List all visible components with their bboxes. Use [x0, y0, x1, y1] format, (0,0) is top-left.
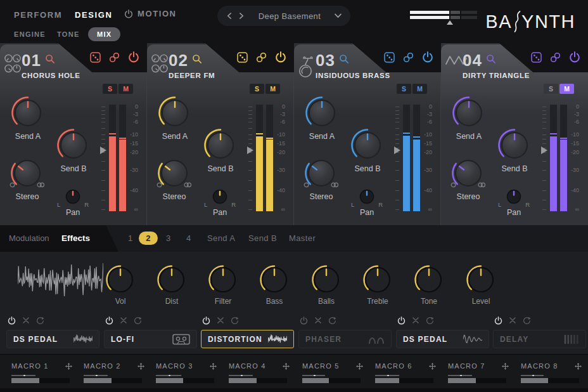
meter-arrow[interactable] — [541, 147, 547, 154]
macro-slider[interactable] — [521, 378, 579, 383]
fx-knob-treble[interactable]: Treble — [362, 265, 393, 306]
move-icon[interactable] — [65, 363, 72, 370]
fx-slot-box[interactable]: LO-FI — [104, 330, 197, 348]
move-icon[interactable] — [575, 363, 582, 370]
tab-motion[interactable]: MOTION — [124, 9, 177, 18]
fx-knob-filter[interactable]: Filter — [208, 265, 238, 306]
magnifier-icon[interactable] — [339, 54, 349, 64]
power-icon[interactable] — [105, 317, 113, 325]
fx-page-tab-4[interactable]: 4 — [186, 225, 191, 252]
link-icon[interactable] — [550, 52, 561, 63]
close-icon[interactable] — [315, 317, 321, 323]
macro-slider[interactable] — [375, 378, 433, 383]
mute-button[interactable]: M — [412, 84, 427, 94]
close-icon[interactable] — [412, 317, 419, 323]
send-b-knob[interactable]: Send B — [203, 127, 238, 173]
reload-icon[interactable] — [426, 317, 434, 325]
power-icon[interactable] — [569, 51, 580, 63]
power-icon[interactable] — [202, 317, 210, 325]
power-icon[interactable] — [300, 317, 308, 325]
send-a-knob[interactable]: Send A — [10, 95, 46, 141]
meter-arrow[interactable] — [394, 147, 400, 154]
macro-slider[interactable] — [302, 378, 361, 383]
fx-page-tab-send-b[interactable]: Send B — [248, 225, 277, 252]
link-icon[interactable] — [403, 52, 414, 63]
solo-button[interactable]: S — [250, 84, 264, 94]
subtab-engine[interactable]: ENGINE — [14, 30, 46, 38]
close-icon[interactable] — [23, 317, 29, 323]
tab-perform[interactable]: PERFORM — [14, 10, 62, 20]
fx-knob-vol[interactable]: Vol — [105, 265, 136, 306]
magnifier-icon[interactable] — [45, 54, 55, 64]
meter-arrow[interactable] — [247, 147, 253, 154]
move-icon[interactable] — [137, 363, 144, 370]
power-icon[interactable] — [494, 317, 502, 325]
mute-button[interactable]: M — [265, 84, 280, 94]
chevron-down-icon[interactable] — [335, 13, 342, 18]
dice-icon[interactable] — [237, 52, 248, 63]
dice-icon[interactable] — [531, 52, 542, 63]
send-a-knob[interactable]: Send A — [157, 95, 193, 141]
preset-selector[interactable]: Deep Basement — [217, 6, 350, 26]
pan-knob[interactable]: L R Pan — [63, 187, 82, 217]
close-icon[interactable] — [120, 317, 127, 323]
chevron-left-icon[interactable] — [226, 13, 233, 19]
send-a-knob[interactable]: Send A — [304, 95, 340, 141]
fx-knob-bass[interactable]: Bass — [259, 265, 290, 306]
stereo-knob[interactable]: Stereo — [157, 155, 192, 201]
pan-knob[interactable]: L R Pan — [210, 187, 229, 217]
subtab-mix[interactable]: MIX — [88, 27, 120, 41]
solo-button[interactable]: S — [544, 84, 558, 94]
close-icon[interactable] — [217, 317, 224, 323]
fx-slot-box[interactable]: DELAY — [493, 330, 586, 348]
fx-page-tab-2[interactable]: 2 — [139, 232, 158, 245]
move-icon[interactable] — [283, 363, 290, 370]
fx-page-tab-send-a[interactable]: Send A — [207, 225, 235, 252]
magnifier-icon[interactable] — [192, 54, 202, 64]
power-icon[interactable] — [397, 317, 406, 325]
reload-icon[interactable] — [328, 317, 336, 325]
fx-page-tab-1[interactable]: 1 — [128, 225, 133, 252]
reload-icon[interactable] — [231, 317, 239, 325]
send-a-knob[interactable]: Send A — [451, 95, 487, 141]
fx-knob-balls[interactable]: Balls — [311, 265, 342, 306]
subtab-tone[interactable]: TONE — [57, 30, 80, 38]
fx-slot-box[interactable]: DISTORTION — [201, 330, 294, 348]
fx-knob-level[interactable]: Level — [466, 265, 496, 306]
pan-knob[interactable]: L R Pan — [357, 187, 376, 217]
macro-slider[interactable] — [229, 378, 287, 383]
tab-design[interactable]: DESIGN — [75, 10, 112, 20]
reload-icon[interactable] — [523, 317, 531, 325]
stereo-knob[interactable]: Stereo — [10, 155, 45, 201]
solo-button[interactable]: S — [397, 84, 411, 94]
power-icon[interactable] — [275, 51, 286, 63]
tab-modulation[interactable]: Modulation — [9, 225, 49, 252]
tab-effects[interactable]: Effects — [61, 225, 90, 252]
fx-slot-box[interactable]: DS PEDAL — [396, 330, 489, 348]
dice-icon[interactable] — [384, 52, 395, 63]
reload-icon[interactable] — [36, 317, 44, 325]
link-icon[interactable] — [256, 52, 267, 63]
magnifier-icon[interactable] — [486, 54, 496, 64]
solo-button[interactable]: S — [103, 84, 117, 94]
link-icon[interactable] — [109, 52, 120, 63]
chevron-right-icon[interactable] — [238, 13, 245, 19]
mute-button[interactable]: M — [118, 84, 133, 94]
macro-slider[interactable] — [84, 378, 142, 383]
fx-page-tab-master[interactable]: Master — [289, 225, 316, 252]
close-icon[interactable] — [509, 317, 516, 323]
send-b-knob[interactable]: Send B — [350, 127, 385, 173]
send-b-knob[interactable]: Send B — [497, 127, 532, 173]
fx-page-tab-3[interactable]: 3 — [166, 225, 171, 252]
stereo-knob[interactable]: Stereo — [304, 155, 339, 201]
dice-icon[interactable] — [90, 52, 101, 63]
power-icon[interactable] — [128, 51, 139, 63]
fx-knob-tone[interactable]: Tone — [414, 265, 444, 306]
master-meter-pointer[interactable] — [447, 20, 453, 25]
send-b-knob[interactable]: Send B — [56, 127, 91, 173]
fx-slot-box[interactable]: PHASER — [298, 330, 392, 348]
move-icon[interactable] — [429, 363, 436, 370]
master-output-meter[interactable] — [410, 11, 477, 21]
fx-slot-box[interactable]: DS PEDAL — [6, 330, 99, 348]
meter-arrow[interactable] — [100, 147, 106, 154]
